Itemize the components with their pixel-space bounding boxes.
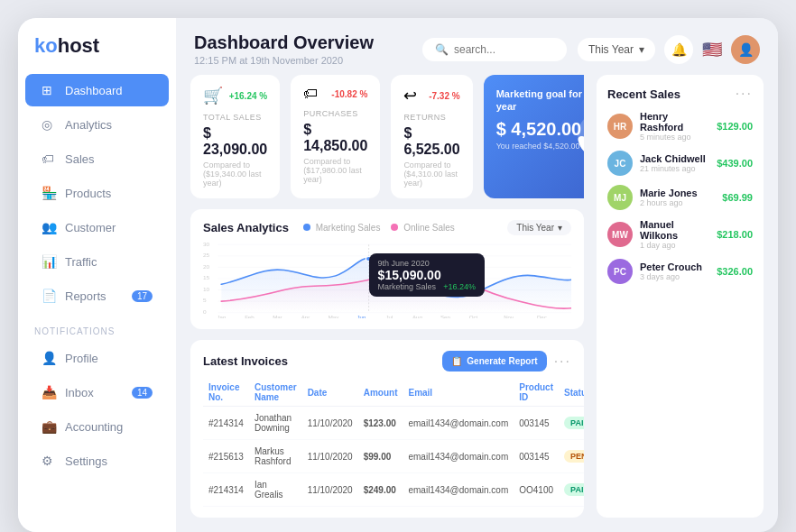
chart-filter[interactable]: This Year ▾ bbox=[507, 220, 571, 235]
sale-avatar: HR bbox=[607, 114, 633, 139]
sale-item: PC Peter Crouch 3 days ago $326.00 bbox=[607, 259, 753, 284]
content-area: 🛒 +16.24 % TOTAL SALES $ 23,090.00 Compa… bbox=[176, 75, 778, 532]
svg-text:Aug: Aug bbox=[412, 316, 422, 318]
sale-avatar: PC bbox=[607, 259, 633, 284]
more-options-icon[interactable]: ··· bbox=[554, 353, 571, 370]
svg-text:0: 0 bbox=[203, 310, 207, 315]
invoice-amount: $99.00 bbox=[358, 440, 403, 473]
sidebar-item-label: Traffic bbox=[65, 255, 97, 269]
invoices-panel: Latest Invoices 📋 Generate Report ··· bbox=[190, 340, 584, 518]
dashboard-icon: ⊞ bbox=[42, 83, 56, 97]
recent-sales-more-button[interactable]: ··· bbox=[736, 86, 753, 102]
sidebar-item-sales[interactable]: 🏷 Sales bbox=[25, 142, 169, 175]
svg-text:5: 5 bbox=[203, 298, 207, 303]
purchases-change: -10.82 % bbox=[331, 89, 367, 99]
sidebar-item-label: Inbox bbox=[65, 386, 94, 399]
purchases-value: $ 14,850.00 bbox=[303, 122, 367, 154]
search-input[interactable] bbox=[454, 43, 554, 56]
purchases-compare: Compared to ($17,980.00 last year) bbox=[303, 157, 367, 184]
svg-text:10: 10 bbox=[203, 288, 209, 292]
sidebar-item-analytics[interactable]: ◎ Analytics bbox=[25, 108, 169, 141]
col-status: Status bbox=[559, 379, 584, 407]
invoice-amount: $249.00 bbox=[358, 473, 403, 507]
sidebar-item-reports[interactable]: 📄 Reports 17 bbox=[25, 280, 169, 312]
table-row: #214314 Jonathan Downing 11/10/2020 $123… bbox=[203, 407, 584, 440]
invoice-amount: $123.00 bbox=[358, 407, 403, 440]
sale-item: MW Manuel Wilkons 1 day ago $218.00 bbox=[607, 219, 753, 250]
stat-card-purchases: 🏷 -10.82 % PURCHASES $ 14,850.00 Compare… bbox=[291, 75, 380, 198]
sale-avatar: MW bbox=[607, 222, 633, 247]
notification-nav: 👤 Profile 📥 Inbox 14 💼 Accounting ⚙ Sett… bbox=[18, 342, 176, 477]
avatar[interactable]: 👤 bbox=[731, 35, 760, 64]
sidebar-item-dashboard[interactable]: ⊞ Dashboard bbox=[25, 74, 169, 106]
sidebar-item-label: Analytics bbox=[65, 118, 112, 132]
right-panel: Recent Sales ··· HR Henry Rashford 5 min… bbox=[597, 75, 764, 518]
sale-time: 5 minutes ago bbox=[640, 133, 709, 142]
accounting-icon: 💼 bbox=[42, 419, 56, 434]
purchases-label: PURCHASES bbox=[303, 109, 367, 118]
inbox-icon: 📥 bbox=[42, 385, 56, 399]
total-sales-value: $ 23,090.00 bbox=[203, 125, 267, 158]
sidebar-item-customer[interactable]: 👥 Customer bbox=[25, 211, 169, 243]
sale-name: Jack Chidwell bbox=[640, 153, 709, 164]
chevron-down-icon: ▾ bbox=[558, 223, 562, 233]
customer-name: Ian Grealis bbox=[249, 473, 302, 507]
sidebar-item-label: Sales bbox=[65, 152, 95, 166]
svg-text:Jan: Jan bbox=[217, 316, 226, 318]
returns-compare: Compared to ($4,310.00 last year) bbox=[403, 161, 459, 188]
sale-amount: $326.00 bbox=[717, 266, 753, 277]
sale-item: JC Jack Chidwell 21 minutes ago $439.00 bbox=[607, 151, 753, 176]
year-filter[interactable]: This Year ▾ bbox=[578, 38, 655, 61]
sidebar-item-label: Products bbox=[65, 187, 111, 200]
sidebar-item-products[interactable]: 🏪 Products bbox=[25, 177, 169, 209]
profile-icon: 👤 bbox=[42, 351, 56, 365]
sidebar-item-accounting[interactable]: 💼 Accounting bbox=[25, 410, 169, 443]
svg-text:Apr: Apr bbox=[301, 316, 310, 318]
stat-card-total-sales: 🛒 +16.24 % TOTAL SALES $ 23,090.00 Compa… bbox=[190, 75, 280, 198]
customer-icon: 👥 bbox=[42, 220, 56, 234]
invoice-number: #214314 bbox=[203, 407, 249, 440]
invoice-status: PAID bbox=[559, 407, 584, 440]
sale-item: HR Henry Rashford 5 minutes ago $129.00 bbox=[607, 111, 753, 142]
product-id: OO4100 bbox=[514, 473, 559, 507]
sale-info: Manuel Wilkons 1 day ago bbox=[640, 219, 709, 250]
legend-marketing: Marketing Sales bbox=[303, 223, 380, 233]
sidebar-item-label: Profile bbox=[65, 352, 98, 365]
sidebar-item-profile[interactable]: 👤 Profile bbox=[25, 342, 169, 374]
search-box[interactable]: 🔍 bbox=[422, 38, 567, 61]
invoice-date: 11/10/2020 bbox=[302, 440, 358, 473]
reports-icon: 📄 bbox=[42, 289, 56, 303]
sidebar-nav: ⊞ Dashboard ◎ Analytics 🏷 Sales 🏪 Produc… bbox=[18, 74, 176, 312]
svg-text:Nov: Nov bbox=[504, 316, 514, 318]
invoice-number: #214314 bbox=[203, 473, 249, 507]
flag-button[interactable]: 🇺🇸 bbox=[702, 40, 722, 60]
sidebar-item-traffic[interactable]: 📊 Traffic bbox=[25, 245, 169, 278]
svg-text:Jul: Jul bbox=[386, 316, 393, 318]
table-row: #214314 Ian Grealis 11/10/2020 $249.00 e… bbox=[203, 473, 584, 507]
svg-text:25: 25 bbox=[203, 253, 209, 258]
generate-report-button[interactable]: 📋 Generate Report bbox=[442, 351, 546, 371]
sale-amount: $129.00 bbox=[717, 121, 753, 132]
sale-avatar: MJ bbox=[607, 185, 633, 210]
svg-point-18 bbox=[366, 256, 372, 261]
legend-online: Online Sales bbox=[391, 223, 454, 233]
invoice-status: PENDING bbox=[559, 440, 584, 473]
chevron-down-icon: ▾ bbox=[639, 43, 644, 56]
notification-bell-button[interactable]: 🔔 bbox=[664, 35, 693, 64]
sidebar-item-inbox[interactable]: 📥 Inbox 14 bbox=[25, 376, 169, 408]
svg-text:May: May bbox=[329, 316, 339, 318]
returns-change: -7.32 % bbox=[429, 91, 459, 101]
sale-name: Henry Rashford bbox=[640, 111, 709, 133]
invoices-title: Latest Invoices bbox=[203, 354, 288, 368]
invoice-email: email1434@domain.com bbox=[403, 440, 514, 473]
bell-icon: 🔔 bbox=[671, 42, 687, 57]
chart-svg: 30 25 20 15 10 5 0 bbox=[203, 239, 571, 318]
svg-text:Mar: Mar bbox=[273, 316, 282, 318]
sale-name: Manuel Wilkons bbox=[640, 219, 709, 241]
cart-icon: 🛒 bbox=[203, 86, 223, 105]
sidebar-item-label: Settings bbox=[65, 454, 107, 468]
marketing-goal-card: ··· Marketing goal for the past year $ 4… bbox=[484, 75, 584, 198]
col-amount: Amount bbox=[358, 379, 403, 407]
analytics-icon: ◎ bbox=[42, 117, 56, 132]
sidebar-item-settings[interactable]: ⚙ Settings bbox=[25, 445, 169, 477]
